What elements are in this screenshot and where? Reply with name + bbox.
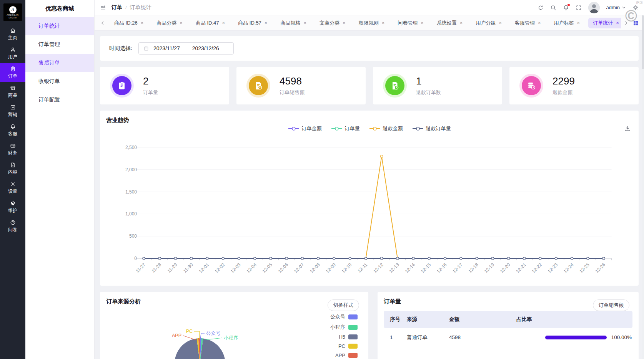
avatar[interactable] <box>588 2 600 13</box>
submenu-item-aftersale-order[interactable]: 售后订单 <box>25 54 94 72</box>
tab-item[interactable]: 商品规格× <box>276 18 311 28</box>
tab-close-icon[interactable]: × <box>265 20 268 25</box>
svg-text:2,000: 2,000 <box>125 167 137 172</box>
svg-text:1,000: 1,000 <box>125 211 137 217</box>
rail-item-orders[interactable]: 订单 <box>0 63 25 82</box>
submenu-item-order-manage[interactable]: 订单管理 <box>25 35 94 54</box>
rail-item-users[interactable]: 用户 <box>0 44 25 63</box>
svg-text:12-21: 12-21 <box>515 262 527 274</box>
rail-item-content[interactable]: 内容 <box>0 159 25 178</box>
legend-label: 退款订单量 <box>426 125 451 132</box>
fullscreen-icon[interactable] <box>576 5 582 11</box>
svg-text:12-10: 12-10 <box>341 262 353 274</box>
rail-item-label: 订单 <box>8 73 17 79</box>
tab-item[interactable]: 商品 ID:26× <box>110 18 148 28</box>
window-scrollbar[interactable] <box>642 15 644 359</box>
tab-close-icon[interactable]: × <box>222 20 225 25</box>
submenu-list: 订单统计订单管理售后订单收银订单订单配置 <box>25 17 94 109</box>
rail-item-settings[interactable]: 设置 <box>0 178 25 197</box>
tab-item[interactable]: 商品 ID:57× <box>233 18 272 28</box>
rail-item-maintenance[interactable]: 维护 <box>0 197 25 217</box>
tab-close-icon[interactable]: × <box>303 20 306 25</box>
order-sales-button[interactable]: 订单销售额 <box>593 299 629 311</box>
rail-item-label: 内容 <box>8 169 17 175</box>
tab-label: 商品分类 <box>156 20 176 26</box>
stat-label: 退款金额 <box>552 89 575 96</box>
rail-item-label: 问卷 <box>8 227 17 233</box>
tab-item[interactable]: 系统设置× <box>432 18 468 28</box>
tab-close-icon[interactable]: × <box>460 20 463 25</box>
table-header-row: 序号来源金额占比率 <box>384 311 632 328</box>
tab-close-icon[interactable]: × <box>421 20 424 25</box>
tab-close-icon[interactable]: × <box>141 20 144 25</box>
rail-item-marketing[interactable]: 营销 <box>0 101 25 121</box>
rail-item-label: 客服 <box>8 131 17 137</box>
tab-item[interactable]: 客服管理× <box>510 18 546 28</box>
pie-legend-item-公众号[interactable]: 公众号 <box>330 313 358 320</box>
notifications-bell-icon[interactable] <box>563 5 569 11</box>
svg-text:500: 500 <box>129 233 137 239</box>
tab-label: 商品 ID:26 <box>114 20 138 26</box>
submenu-item-order-stats[interactable]: 订单统计 <box>25 17 94 35</box>
legend-item-订单量[interactable]: 订单量 <box>331 125 360 132</box>
legend-item-退款订单量[interactable]: 退款订单量 <box>412 125 451 132</box>
rail-item-home[interactable]: 主页 <box>0 25 25 44</box>
chip-icon <box>10 200 16 206</box>
menu-collapse-icon[interactable] <box>100 5 106 11</box>
stat-icon-halo <box>383 74 407 98</box>
stat-label: 订单销售额 <box>280 89 305 96</box>
tab-close-icon[interactable]: × <box>382 20 385 25</box>
scrollbar-thumb[interactable] <box>642 15 644 69</box>
svg-text:12-15: 12-15 <box>420 262 432 274</box>
page-content: 时间选择: 2023/11/27 – 2023/12/26 2订单量¥4598订… <box>95 31 644 359</box>
rail-item-survey[interactable]: 问卷 <box>0 217 25 236</box>
tab-close-icon[interactable]: × <box>577 20 580 25</box>
icon-rail: A AMERICAN DREAM 主页用户订单商品营销客服财务内容设置维护问卷 <box>0 0 25 359</box>
legend-item-退款金额[interactable]: 退款金额 <box>369 125 403 132</box>
pie-legend-item-H5[interactable]: H5 <box>339 334 358 340</box>
rail-item-products[interactable]: 商品 <box>0 82 25 101</box>
rail-item-finance[interactable]: 财务 <box>0 140 25 159</box>
rail-item-service[interactable]: 客服 <box>0 121 25 140</box>
refresh-icon[interactable] <box>537 5 544 11</box>
order-volume-card: 订单量 订单销售额 序号来源金额占比率1普通订单4598100.00% <box>378 292 639 359</box>
svg-text:12-07: 12-07 <box>293 262 305 274</box>
pie-legend-item-小程序[interactable]: 小程序 <box>330 324 358 331</box>
tab-item[interactable]: 用户标签× <box>549 18 585 28</box>
tab-item[interactable]: 订单统计× <box>588 18 621 28</box>
tab-close-icon[interactable]: × <box>499 20 502 25</box>
tab-item[interactable]: 权限规则× <box>354 18 389 28</box>
trend-chart-legend: 订单金额订单量退款金额退款订单量 <box>100 125 639 132</box>
user-menu[interactable]: admin <box>606 5 626 10</box>
legend-item-订单金额[interactable]: 订单金额 <box>288 125 322 132</box>
svg-text:12-03: 12-03 <box>230 262 242 274</box>
tab-close-icon[interactable]: × <box>538 20 541 25</box>
tab-label: 文章分类 <box>320 20 339 26</box>
tab-item[interactable]: 问卷管理× <box>393 18 428 28</box>
stat-card-order-sales: ¥4598订单销售额 <box>236 67 366 104</box>
pie-legend-item-PC[interactable]: PC <box>338 343 358 349</box>
date-range-picker[interactable]: 2023/11/27 – 2023/12/26 <box>138 42 234 55</box>
tab-item[interactable]: 商品 ID:47× <box>191 18 230 28</box>
notification-dot <box>567 4 570 6</box>
tab-close-icon[interactable]: × <box>343 20 346 25</box>
submenu-item-order-config[interactable]: 订单配置 <box>25 91 94 109</box>
tab-item[interactable]: 文章分类× <box>315 18 350 28</box>
date-filter-card: 时间选择: 2023/11/27 – 2023/12/26 <box>100 36 639 61</box>
tab-item[interactable]: 用户分组× <box>471 18 506 28</box>
breadcrumb-root[interactable]: 订单 <box>111 4 122 11</box>
legend-marker-icon <box>288 127 300 131</box>
pie-legend-swatch <box>348 314 358 319</box>
tabs-scroll-left-icon[interactable] <box>98 21 108 25</box>
pie-legend-item-APP[interactable]: APP <box>335 352 358 358</box>
table-row: 1普通订单4598100.00% <box>384 328 632 347</box>
pie-legend-swatch <box>348 353 358 358</box>
rail-item-label: 用户 <box>8 54 17 60</box>
tab-item[interactable]: 商品分类× <box>152 18 187 28</box>
tab-close-icon[interactable]: × <box>180 20 183 25</box>
search-icon[interactable] <box>550 5 556 11</box>
legend-marker-icon <box>369 127 381 131</box>
submenu-item-cashier-order[interactable]: 收银订单 <box>25 72 94 91</box>
tab-close-icon[interactable]: × <box>616 20 619 25</box>
brand-logo[interactable]: A AMERICAN DREAM <box>0 0 25 25</box>
